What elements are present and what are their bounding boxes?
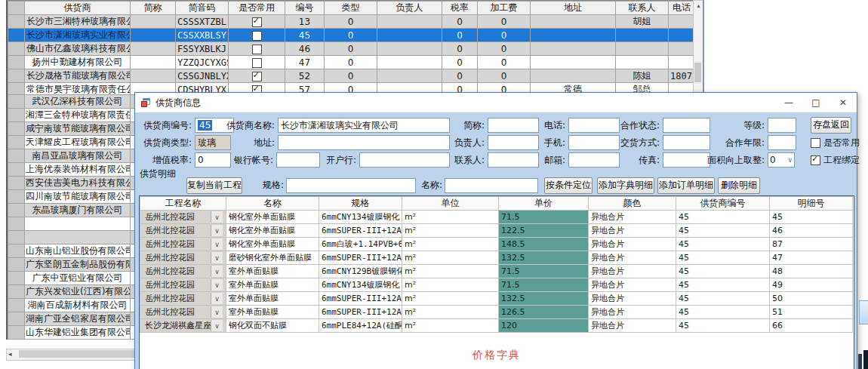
spec-cell[interactable]: 6mmPLE84+12A(硅酮胶... — [319, 319, 402, 333]
color-cell[interactable]: 异地合片 — [589, 306, 676, 319]
row-selector[interactable] — [8, 149, 25, 163]
supplier-row[interactable]: 湘潭三金特种玻璃有限责任公司 — [8, 109, 143, 122]
supplier-row[interactable]: 佛山市亿鑫玻璃科技有限公司 FSSYXBLKJ... 46 0 0 0 — [8, 42, 695, 56]
code-cell[interactable]: CSSGJNBLYXGS — [176, 69, 229, 83]
product-name-cell[interactable]: 钢化室外单面贴膜 — [226, 224, 319, 238]
project-cell[interactable]: 岳州北控花园 ∨ — [140, 251, 226, 265]
supplier-name-cell[interactable]: 广东中亚铝业有限公司 — [25, 272, 131, 285]
chevron-down-icon[interactable]: ∨ — [211, 320, 223, 331]
detail-row[interactable]: 岳州北控花园 ∨ 钢化室外单面贴膜 6mm白玻+1.14PVB+6mm... m… — [140, 238, 853, 251]
supplier-row[interactable]: 广东坚朗五金制品股份有限公司 — [8, 258, 143, 272]
row-selector[interactable] — [8, 95, 25, 109]
bank-input[interactable] — [359, 152, 450, 168]
code-cell[interactable]: FSSYXBLKJ... — [176, 42, 229, 56]
chevron-down-icon[interactable]: ∨ — [211, 279, 223, 291]
row-selector[interactable] — [8, 29, 25, 42]
supplier-row[interactable]: 东晶玻璃厦门有限公司 — [8, 204, 143, 217]
contact-cell[interactable] — [616, 42, 669, 56]
column-header[interactable]: 编号 — [285, 2, 325, 15]
project-bind-checkbox[interactable] — [811, 155, 820, 165]
supplier-no-cell[interactable]: 45 — [676, 251, 770, 265]
id-cell[interactable]: 46 — [285, 42, 325, 56]
abbr-input[interactable] — [488, 118, 539, 133]
id-cell[interactable]: 45 — [285, 29, 325, 42]
supplier-type-input[interactable]: 玻璃 — [195, 135, 231, 150]
phone-cell[interactable] — [669, 56, 695, 69]
project-cell[interactable]: 岳州北控花园 ∨ — [140, 306, 226, 319]
supplier-row[interactable]: 长沙市三湘特种玻璃有限公司 CSSSXTZBL... 13 0 0 0 胡姐 — [8, 15, 695, 29]
supplier-name-cell[interactable]: 四川南玻节能玻璃有限公司 — [25, 190, 131, 204]
name-filter-input[interactable] — [445, 178, 538, 193]
column-header[interactable]: 负责人 — [377, 2, 442, 15]
common-use-checkbox[interactable] — [252, 17, 262, 27]
id-cell[interactable]: 52 — [285, 69, 325, 83]
supplier-name-cell[interactable]: 湘潭三金特种玻璃有限责任公司 — [25, 109, 131, 122]
detail-no-cell[interactable]: 48 — [770, 265, 853, 278]
row-selector[interactable] — [8, 217, 25, 231]
color-cell[interactable]: 异地合片 — [589, 265, 676, 278]
chevron-down-icon[interactable]: ∨ — [211, 266, 223, 277]
manager-cell[interactable] — [377, 56, 442, 69]
grade-input[interactable] — [768, 118, 796, 133]
code-cell[interactable]: YZZQJCYXGS — [176, 56, 229, 69]
column-header[interactable]: 加工费 — [478, 2, 531, 15]
id-cell[interactable]: 13 — [285, 15, 325, 29]
project-cell[interactable]: 岳州北控花园 ∨ — [140, 211, 226, 224]
supplier-no-cell[interactable]: 45 — [676, 306, 770, 319]
delete-detail-button[interactable]: 删除明细 — [718, 177, 760, 194]
chevron-down-icon[interactable]: ∨ — [211, 293, 223, 304]
project-cell[interactable]: 岳州北控花园 ∨ — [140, 278, 226, 292]
column-header[interactable]: 颜色 — [589, 197, 676, 211]
close-button[interactable]: ✕ — [830, 93, 857, 112]
supplier-name-cell[interactable]: 扬州中勤建材有限公司 — [25, 56, 131, 69]
product-name-cell[interactable]: 磨砂钢化室外单面贴膜 — [226, 251, 319, 265]
fee-cell[interactable]: 0 — [478, 15, 531, 29]
supplier-name-cell[interactable]: 天津耀皮工程玻璃有限公司 — [25, 136, 131, 149]
add-order-detail-button[interactable]: 添加订单明细 — [657, 177, 715, 194]
common-use-cell[interactable] — [229, 15, 285, 29]
detail-no-cell[interactable]: 45 — [770, 211, 853, 224]
product-name-cell[interactable]: 室外单面贴膜 — [226, 265, 319, 278]
detail-no-cell[interactable]: 49 — [770, 278, 853, 292]
color-cell[interactable]: 异地合片 — [589, 224, 676, 238]
column-header[interactable]: 是否常用 — [229, 2, 285, 15]
contact-cell[interactable] — [616, 56, 669, 69]
chevron-down-icon[interactable]: ∨ — [211, 306, 223, 318]
scrollbar-thumb[interactable] — [19, 350, 134, 358]
common-use-checkbox[interactable] — [252, 72, 262, 81]
supplier-name-cell[interactable]: 佛山市亿鑫玻璃科技有限公司 — [25, 42, 131, 56]
column-header[interactable]: 规格 — [319, 197, 402, 211]
row-selector[interactable] — [8, 204, 25, 217]
row-selector[interactable] — [8, 244, 25, 258]
unit-price-cell[interactable]: 71.5 — [499, 265, 589, 278]
supplier-name-cell[interactable]: 长沙市潇湘玻璃实业有限公司 — [25, 29, 131, 42]
row-selector[interactable] — [8, 122, 25, 136]
supplier-row[interactable]: 广东兴发铝业(江西)有限公司 — [8, 285, 143, 299]
project-cell[interactable]: 岳州北控花园 ∨ — [140, 224, 226, 238]
manager-cell[interactable] — [377, 69, 442, 83]
project-cell[interactable]: 岳州北控花园 ∨ — [140, 265, 226, 278]
row-selector[interactable] — [8, 136, 25, 149]
phone-input[interactable] — [568, 118, 620, 133]
address-cell[interactable] — [531, 69, 616, 83]
supplier-name-cell[interactable]: 广东兴发铝业(江西)有限公司 — [25, 285, 131, 299]
row-selector[interactable] — [8, 231, 25, 244]
type-cell[interactable]: 0 — [325, 29, 377, 42]
unit-price-cell[interactable]: 71.5 — [499, 211, 589, 224]
supplier-name-cell[interactable]: 湖南百成新材料有限公司 — [25, 299, 131, 312]
supplier-row[interactable]: 扬州中勤建材有限公司 YZZQJCYXGS 47 0 0 0 — [8, 56, 695, 69]
code-cell[interactable]: CSSXXBLSY... — [176, 29, 229, 42]
supplier-row[interactable]: 四川南玻节能玻璃有限公司 — [8, 190, 143, 204]
detail-no-cell[interactable]: 46 — [770, 224, 853, 238]
supplier-row[interactable]: 山东华建铝业集团有限公司 — [8, 326, 143, 340]
abbr-cell[interactable] — [131, 42, 176, 56]
supplier-no-cell[interactable]: 45 — [676, 319, 770, 333]
row-selector[interactable] — [8, 258, 25, 272]
supplier-row[interactable]: 长沙市潇湘玻璃实业有限公司 CSSXXBLSY... 45 0 0 0 — [8, 29, 695, 42]
supplier-row[interactable]: 湖南百成新材料有限公司 — [8, 299, 143, 312]
color-cell[interactable]: 异地合片 — [589, 292, 676, 306]
supplier-name-cell[interactable]: 南昌亚晶玻璃有限公司 — [25, 149, 131, 163]
color-cell[interactable]: 异地合片 — [589, 251, 676, 265]
supplier-no-cell[interactable]: 45 — [676, 224, 770, 238]
coop-years-input[interactable] — [768, 135, 796, 150]
